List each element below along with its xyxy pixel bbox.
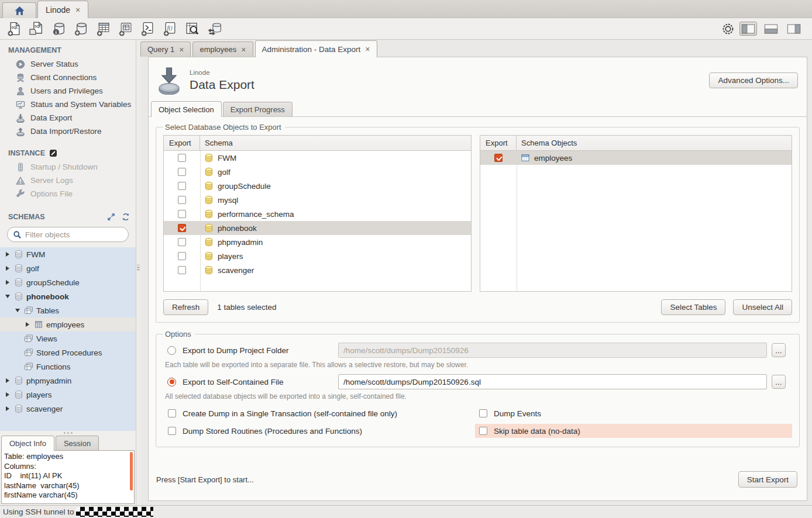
- tree-item-employees[interactable]: employees: [0, 317, 136, 331]
- dump-events-checkbox-box[interactable]: [479, 409, 487, 417]
- export-checkbox[interactable]: [178, 182, 186, 190]
- sidebar-item-data-export[interactable]: Data Export: [0, 111, 136, 125]
- connection-tab-linode[interactable]: Linode ×: [37, 1, 88, 18]
- schema-row-phpmyadmin[interactable]: phpmyadmin: [164, 235, 471, 249]
- refresh-schemas-button[interactable]: [121, 212, 131, 222]
- chevron-right-icon[interactable]: [4, 378, 11, 383]
- chevron-down-icon[interactable]: [13, 309, 21, 312]
- sidebar-item-users-and-privileges[interactable]: Users and Privileges: [0, 84, 136, 98]
- export-checkbox[interactable]: [178, 238, 186, 246]
- tree-item-stored-procedures[interactable]: Stored Procedures: [0, 346, 136, 360]
- create-schema-button[interactable]: [70, 19, 91, 38]
- gear-icon[interactable]: [722, 23, 734, 35]
- search-data-button[interactable]: [181, 19, 202, 38]
- chevron-right-icon[interactable]: [4, 266, 11, 271]
- instance-config-icon[interactable]: [49, 149, 57, 157]
- home-tab[interactable]: [2, 2, 36, 18]
- schema-row-scavenger[interactable]: scavenger: [164, 263, 471, 277]
- export-checkbox[interactable]: [178, 266, 186, 274]
- tree-item-players[interactable]: players: [0, 388, 136, 402]
- tree-item-functions[interactable]: Functions: [0, 360, 136, 374]
- open-sql-script-button[interactable]: [26, 19, 47, 38]
- schema-filter-input[interactable]: [25, 230, 123, 239]
- single-transaction-checkbox-box[interactable]: [168, 409, 176, 417]
- tree-item-views[interactable]: Views: [0, 331, 136, 346]
- subtab-object-selection[interactable]: Object Selection: [151, 101, 222, 117]
- dump-events-checkbox[interactable]: Dump Events: [475, 406, 792, 420]
- refresh-button[interactable]: Refresh: [163, 299, 208, 315]
- tree-item-tables[interactable]: Tables: [0, 303, 136, 317]
- sidebar-item-data-import-restore[interactable]: Data Import/Restore: [0, 125, 136, 138]
- schema-row-performance-schema[interactable]: performance_schema: [164, 207, 471, 221]
- sidebar-main-splitter[interactable]: [136, 40, 140, 505]
- tree-item-golf[interactable]: golf: [0, 261, 136, 275]
- export-checkbox[interactable]: [178, 210, 186, 218]
- tab-object-info[interactable]: Object Info: [1, 436, 54, 451]
- subtab-export-progress[interactable]: Export Progress: [223, 102, 293, 116]
- export-checkbox[interactable]: [494, 154, 503, 162]
- schema-row-phonebook[interactable]: phonebook: [164, 221, 471, 235]
- unselect-all-button[interactable]: Unselect All: [733, 299, 792, 315]
- browse-file-button[interactable]: ...: [772, 375, 786, 389]
- export-dump-folder-radio[interactable]: [167, 346, 176, 355]
- close-icon[interactable]: ×: [241, 46, 246, 54]
- dump-stored-routines-checkbox-box[interactable]: [168, 427, 176, 435]
- tab-session[interactable]: Session: [56, 436, 99, 450]
- tab-employees[interactable]: employees×: [192, 42, 253, 57]
- inspect-database-button[interactable]: [48, 19, 69, 38]
- toggle-output-area-button[interactable]: [762, 22, 780, 36]
- schema-row-groupschedule[interactable]: groupSchedule: [164, 179, 471, 193]
- sidebar-item-client-connections[interactable]: Client Connections: [0, 71, 136, 84]
- schema-row-players[interactable]: players: [164, 249, 471, 263]
- tree-item-phonebook[interactable]: phonebook: [0, 289, 136, 303]
- tab-query-1[interactable]: Query 1×: [140, 42, 191, 57]
- sidebar-item-status-and-system-variables[interactable]: Status and System Variables: [0, 98, 136, 111]
- create-function-button[interactable]: [159, 19, 180, 38]
- chevron-right-icon[interactable]: [4, 280, 11, 285]
- chevron-right-icon[interactable]: [4, 252, 11, 257]
- dump-stored-routines-checkbox[interactable]: Dump Stored Routines (Procedures and Fun…: [163, 427, 475, 436]
- schema-row-golf[interactable]: golf: [164, 165, 471, 179]
- select-tables-button[interactable]: Select Tables: [661, 299, 725, 315]
- dump-folder-path-input[interactable]: [338, 343, 767, 358]
- export-checkbox[interactable]: [178, 252, 186, 260]
- export-checkbox[interactable]: [178, 154, 186, 162]
- schema-row-mysql[interactable]: mysql: [164, 193, 471, 207]
- tab-administration-data-export[interactable]: Administration - Data Export×: [255, 40, 377, 57]
- export-self-contained-radio[interactable]: [167, 378, 176, 386]
- chevron-right-icon[interactable]: [23, 322, 31, 327]
- start-export-button[interactable]: Start Export: [738, 471, 797, 488]
- browse-folder-button[interactable]: ...: [772, 343, 786, 357]
- chevron-down-icon[interactable]: [4, 295, 11, 298]
- toggle-secondary-sidebar-button[interactable]: [785, 22, 803, 36]
- schema-row-fwm[interactable]: FWM: [164, 151, 471, 165]
- object-row-employees[interactable]: employees: [480, 151, 792, 165]
- reconnect-button[interactable]: [204, 19, 225, 38]
- object-info-scrollbar[interactable]: [130, 452, 133, 491]
- toggle-sidebar-button[interactable]: [739, 22, 757, 36]
- tree-item-fwm[interactable]: FWM: [0, 247, 136, 261]
- skip-table-data-checkbox-box[interactable]: [479, 427, 487, 435]
- create-table-button[interactable]: [92, 19, 113, 38]
- new-query-button[interactable]: [4, 19, 25, 38]
- close-icon[interactable]: ×: [179, 46, 184, 54]
- create-procedure-button[interactable]: [137, 19, 158, 38]
- tree-item-scavenger[interactable]: scavenger: [0, 402, 136, 416]
- close-icon[interactable]: ×: [75, 6, 80, 14]
- export-checkbox[interactable]: [178, 168, 186, 176]
- self-contained-path-input[interactable]: [338, 374, 767, 389]
- tree-item-phpmyadmin[interactable]: phpmyadmin: [0, 374, 136, 388]
- expand-schemas-button[interactable]: [106, 212, 116, 222]
- schema-filter-box[interactable]: [7, 227, 129, 242]
- tree-item-groupschedule[interactable]: groupSchedule: [0, 275, 136, 289]
- sidebar-splitter-handle[interactable]: [0, 431, 136, 435]
- sidebar-item-server-status[interactable]: Server Status: [0, 57, 136, 71]
- chevron-right-icon[interactable]: [4, 392, 11, 397]
- single-transaction-checkbox[interactable]: Create Dump in a Single Transaction (sel…: [163, 409, 475, 418]
- chevron-right-icon[interactable]: [4, 406, 11, 411]
- create-view-button[interactable]: [115, 19, 136, 38]
- close-icon[interactable]: ×: [365, 45, 370, 53]
- export-checkbox[interactable]: [178, 224, 186, 232]
- advanced-options-button[interactable]: Advanced Options...: [709, 72, 798, 88]
- export-checkbox[interactable]: [178, 196, 186, 204]
